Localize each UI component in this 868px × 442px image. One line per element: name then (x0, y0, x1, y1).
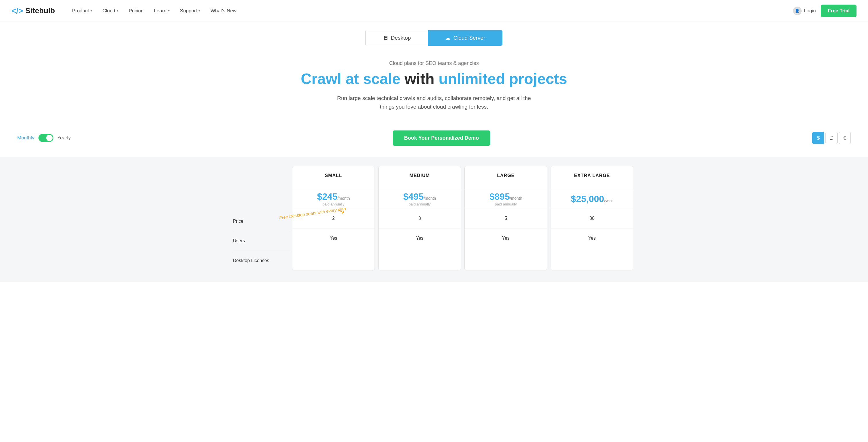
plan-medium-price: $495/month paid annually (378, 189, 461, 209)
book-demo-button[interactable]: Book Your Personalized Demo (393, 130, 490, 146)
nav-cloud[interactable]: Cloud ▾ (102, 8, 118, 14)
logo[interactable]: </> Sitebulb (11, 6, 55, 16)
hero-subtitle: Cloud plans for SEO teams & agencies (6, 60, 862, 66)
hero-title-with-word: with (405, 70, 435, 87)
chevron-down-icon: ▾ (198, 9, 200, 13)
controls-row: Monthly Yearly Book Your Personalized De… (0, 130, 868, 146)
navbar: </> Sitebulb Product ▾ Cloud ▾ Pricing L… (0, 0, 868, 22)
plan-medium-desktop: Yes (378, 229, 461, 248)
chevron-down-icon: ▾ (91, 9, 92, 13)
row-label-desktop: Desktop Licenses (233, 251, 290, 270)
plan-small-note: paid annually (317, 202, 350, 206)
cloud-icon: ☁ (445, 35, 451, 41)
product-tabs: 🖥 Desktop ☁ Cloud Server (0, 22, 868, 49)
plan-large-header: LARGE (465, 166, 547, 189)
nav-whats-new[interactable]: What's New (211, 8, 237, 14)
plan-small-header: SMALL (292, 166, 375, 189)
hero-description: Run large scale technical crawls and aud… (331, 94, 537, 112)
plan-small-price: $245/month paid annually (292, 189, 375, 209)
plan-small-desktop: Yes (292, 229, 375, 248)
logo-text: Sitebulb (25, 6, 55, 15)
free-trial-button[interactable]: Free Trial (821, 5, 857, 17)
hero-title-part2: unlimited projects (439, 70, 567, 87)
plan-large-price-value: $895 (490, 191, 510, 202)
nav-pricing[interactable]: Pricing (129, 8, 144, 14)
monthly-label: Monthly (17, 135, 34, 141)
plan-medium-price-value: $495 (403, 191, 424, 202)
plan-small-price-value: $245 (317, 191, 338, 202)
plan-xl-desktop: Yes (551, 229, 633, 248)
plan-xl-price-value: $25,000 (571, 194, 604, 204)
user-icon: 👤 (793, 7, 802, 15)
tab-cloud-server[interactable]: ☁ Cloud Server (428, 30, 502, 46)
hero-title: Crawl at scale with unlimited projects (6, 70, 862, 88)
hero-section: Cloud plans for SEO teams & agencies Cra… (0, 49, 868, 130)
plan-xl-period: /year (604, 198, 613, 203)
plan-small: SMALL $245/month paid annually 2 Yes (292, 166, 375, 270)
pricing-section: Price Users Desktop Licenses Free Deskto… (0, 157, 868, 282)
nav-links: Product ▾ Cloud ▾ Pricing Learn ▾ Suppor… (72, 8, 793, 14)
nav-product[interactable]: Product ▾ (72, 8, 92, 14)
plan-xl-users: 30 (551, 209, 633, 229)
plan-small-name: SMALL (298, 173, 369, 178)
currency-gbp[interactable]: £ (826, 132, 838, 144)
pricing-grid: Price Users Desktop Licenses Free Deskto… (233, 166, 635, 270)
nav-actions: 👤 Login Free Trial (793, 5, 857, 17)
plan-medium-name: MEDIUM (384, 173, 455, 178)
tabs-wrapper: 🖥 Desktop ☁ Cloud Server (365, 30, 503, 46)
logo-icon: </> (11, 6, 23, 16)
row-label-users: Users (233, 231, 290, 251)
nav-learn[interactable]: Learn ▾ (154, 8, 169, 14)
plan-xl-price: $25,000/year (551, 189, 633, 209)
plan-large: LARGE $895/month paid annually 5 Yes (464, 166, 547, 270)
chevron-down-icon: ▾ (117, 9, 118, 13)
plan-large-desktop: Yes (465, 229, 547, 248)
nav-support[interactable]: Support ▾ (180, 8, 200, 14)
plan-xl-name: EXTRA LARGE (557, 173, 627, 178)
pricing-row-labels: Price Users Desktop Licenses (233, 166, 290, 270)
currency-usd[interactable]: $ (812, 132, 824, 144)
plan-small-period: /month (338, 196, 350, 201)
plan-medium-header: MEDIUM (378, 166, 461, 189)
toggle-thumb (46, 135, 53, 141)
billing-toggle: Monthly Yearly (17, 134, 71, 142)
plan-large-users: 5 (465, 209, 547, 229)
plan-medium: MEDIUM $495/month paid annually 3 Yes (378, 166, 461, 270)
plan-large-period: /month (510, 196, 522, 201)
plan-medium-period: /month (424, 196, 436, 201)
hero-title-part1: Crawl at scale (301, 70, 400, 87)
plan-xl-header: EXTRA LARGE (551, 166, 633, 189)
plan-small-users: 2 (292, 209, 375, 229)
plan-medium-users: 3 (378, 209, 461, 229)
yearly-label: Yearly (57, 135, 71, 141)
billing-toggle-switch[interactable] (38, 134, 54, 142)
login-button[interactable]: 👤 Login (793, 7, 816, 15)
plan-large-name: LARGE (470, 173, 541, 178)
desktop-icon: 🖥 (383, 35, 388, 41)
currency-eur[interactable]: € (839, 132, 851, 144)
row-label-price: Price (233, 212, 290, 231)
plan-large-price: $895/month paid annually (465, 189, 547, 209)
plan-extra-large: EXTRA LARGE $25,000/year 30 Yes (551, 166, 633, 270)
tab-desktop[interactable]: 🖥 Desktop (366, 30, 428, 46)
plan-medium-note: paid annually (403, 202, 436, 206)
plan-large-note: paid annually (490, 202, 522, 206)
currency-selector: $ £ € (812, 132, 851, 144)
chevron-down-icon: ▾ (168, 9, 170, 13)
